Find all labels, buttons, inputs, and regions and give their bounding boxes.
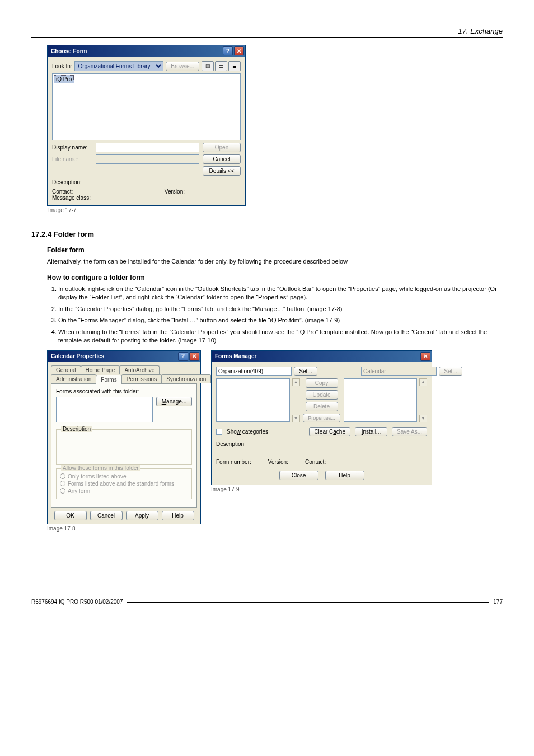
caption-17-7: Image 17-7 bbox=[48, 207, 503, 213]
right-forms-listbox[interactable] bbox=[344, 378, 418, 422]
scroll-down-icon[interactable]: ▼ bbox=[292, 415, 300, 422]
manage-button[interactable]: Manage... bbox=[156, 397, 192, 406]
form-number-label: Form number: bbox=[216, 459, 251, 465]
contact-label: Contact: bbox=[305, 459, 326, 465]
forms-listbox[interactable]: iQ Pro bbox=[52, 73, 241, 140]
page-header: 17. Exchange bbox=[31, 27, 503, 38]
view-details-icon[interactable]: ≣ bbox=[228, 61, 241, 71]
left-forms-listbox[interactable] bbox=[216, 378, 290, 422]
radio-only-listed: Only forms listed above bbox=[60, 473, 188, 480]
right-library-input bbox=[361, 367, 437, 376]
tab-autoarchive[interactable]: AutoArchive bbox=[119, 365, 160, 374]
help-button[interactable]: Help bbox=[162, 511, 194, 520]
choose-form-titlebar: Choose Form ? ✕ bbox=[48, 45, 245, 57]
contact-label: Contact: bbox=[52, 189, 73, 195]
open-button[interactable]: Open bbox=[203, 143, 241, 152]
choose-form-title: Choose Form bbox=[51, 48, 87, 54]
scroll-up-icon[interactable]: ▲ bbox=[292, 378, 300, 386]
delete-button[interactable]: Delete bbox=[306, 402, 338, 411]
scroll-down-icon[interactable]: ▼ bbox=[419, 415, 427, 422]
forms-manager-title: Forms Manager bbox=[215, 353, 256, 359]
save-as-button[interactable]: Save As... bbox=[392, 427, 427, 436]
tab-administration[interactable]: Administration bbox=[51, 374, 96, 383]
file-name-label: File name: bbox=[52, 156, 92, 162]
close-icon[interactable]: ✕ bbox=[234, 46, 244, 55]
calendar-properties-title: Calendar Properties bbox=[51, 353, 104, 359]
display-name-input[interactable] bbox=[96, 143, 199, 152]
footer-page-number: 177 bbox=[493, 599, 503, 605]
section-heading: 17.2.4 Folder form bbox=[31, 230, 503, 238]
tab-forms[interactable]: Forms bbox=[96, 375, 121, 384]
cancel-button[interactable]: Cancel bbox=[90, 511, 123, 520]
chapter-title: 17. Exchange bbox=[458, 27, 503, 35]
forms-associated-label: Forms associated with this folder: bbox=[56, 388, 192, 395]
tab-permissions[interactable]: Permissions bbox=[121, 374, 162, 383]
choose-form-dialog: Choose Form ? ✕ Look In: Organizational … bbox=[47, 45, 246, 206]
left-set-button[interactable]: Set... bbox=[294, 367, 317, 376]
tab-general[interactable]: General bbox=[51, 365, 81, 374]
help-button[interactable]: Help bbox=[325, 471, 364, 480]
show-categories-checkbox[interactable] bbox=[216, 429, 222, 435]
help-icon[interactable]: ? bbox=[223, 46, 233, 55]
look-in-select[interactable]: Organizational Forms Library bbox=[74, 61, 164, 71]
forms-manager-titlebar: Forms Manager ✕ bbox=[212, 351, 432, 362]
help-icon[interactable]: ? bbox=[178, 352, 188, 361]
file-name-input bbox=[96, 154, 199, 164]
radio-listed-and-standard: Forms listed above and the standard form… bbox=[60, 481, 188, 487]
details-button[interactable]: Details << bbox=[203, 166, 241, 176]
show-categories-label: Show categories bbox=[227, 429, 268, 435]
display-name-label: Display name: bbox=[52, 144, 92, 151]
install-button[interactable]: Install... bbox=[355, 427, 387, 436]
list-item-selected[interactable]: iQ Pro bbox=[54, 75, 74, 83]
caption-17-8: Image 17-8 bbox=[47, 525, 201, 532]
page-footer: R5976694 IQ PRO R500 01/02/2007 177 bbox=[31, 599, 503, 605]
right-set-button[interactable]: Set... bbox=[439, 367, 462, 376]
description-legend: Description bbox=[61, 426, 92, 432]
version-label: Version: bbox=[165, 189, 185, 195]
left-library-input[interactable] bbox=[216, 367, 292, 376]
tab-home-page[interactable]: Home Page bbox=[81, 365, 120, 374]
message-class-label: Message class: bbox=[52, 195, 241, 201]
view-large-icons-icon[interactable]: ▤ bbox=[202, 61, 214, 71]
close-icon[interactable]: ✕ bbox=[189, 352, 199, 361]
copy-button[interactable]: Copy bbox=[306, 378, 338, 388]
cancel-button[interactable]: Cancel bbox=[203, 154, 241, 164]
folder-form-text: Alternatively, the form can be installed… bbox=[47, 257, 503, 266]
subsection-how-to: How to configure a folder form bbox=[47, 274, 503, 281]
steps-list: In outlook, right-click on the “Calendar… bbox=[58, 285, 503, 345]
forms-associated-listbox[interactable] bbox=[56, 397, 153, 422]
ok-button[interactable]: OK bbox=[54, 511, 87, 520]
tab-synchronization[interactable]: Synchronization bbox=[161, 374, 211, 383]
subsection-folder-form: Folder form bbox=[47, 246, 503, 254]
calendar-properties-titlebar: Calendar Properties ? ✕ bbox=[48, 351, 200, 362]
properties-button[interactable]: Properties... bbox=[303, 414, 340, 422]
close-button[interactable]: Close bbox=[279, 471, 318, 480]
allow-forms-legend: Allow these forms in this folder bbox=[61, 465, 140, 471]
clear-cache-button[interactable]: Clear Cache bbox=[309, 427, 350, 436]
description-label: Description: bbox=[52, 179, 241, 185]
step-3: On the “Forms Manager” dialog, click the… bbox=[58, 316, 503, 325]
radio-any-form: Any form bbox=[60, 488, 188, 494]
calendar-properties-dialog: Calendar Properties ? ✕ General Home Pag… bbox=[47, 350, 201, 524]
step-4: When returning to the “Forms” tab in the… bbox=[58, 328, 503, 345]
close-icon[interactable]: ✕ bbox=[420, 352, 430, 361]
version-label: Version: bbox=[268, 459, 288, 465]
apply-button[interactable]: Apply bbox=[126, 511, 158, 520]
description-label: Description bbox=[216, 441, 427, 447]
forms-manager-dialog: Forms Manager ✕ Set... Set... ▲ ▼ bbox=[211, 350, 432, 485]
step-1: In outlook, right-click on the “Calendar… bbox=[58, 285, 503, 302]
scroll-up-icon[interactable]: ▲ bbox=[419, 378, 427, 386]
footer-doc-id: R5976694 IQ PRO R500 01/02/2007 bbox=[31, 599, 123, 605]
look-in-label: Look In: bbox=[52, 63, 72, 69]
update-button[interactable]: Update bbox=[306, 390, 338, 400]
view-list-icon[interactable]: ☰ bbox=[215, 61, 227, 71]
step-2: In the “Calendar Properties” dialog, go … bbox=[58, 305, 503, 313]
caption-17-9: Image 17-9 bbox=[211, 486, 432, 492]
browse-button[interactable]: Browse... bbox=[166, 62, 199, 71]
